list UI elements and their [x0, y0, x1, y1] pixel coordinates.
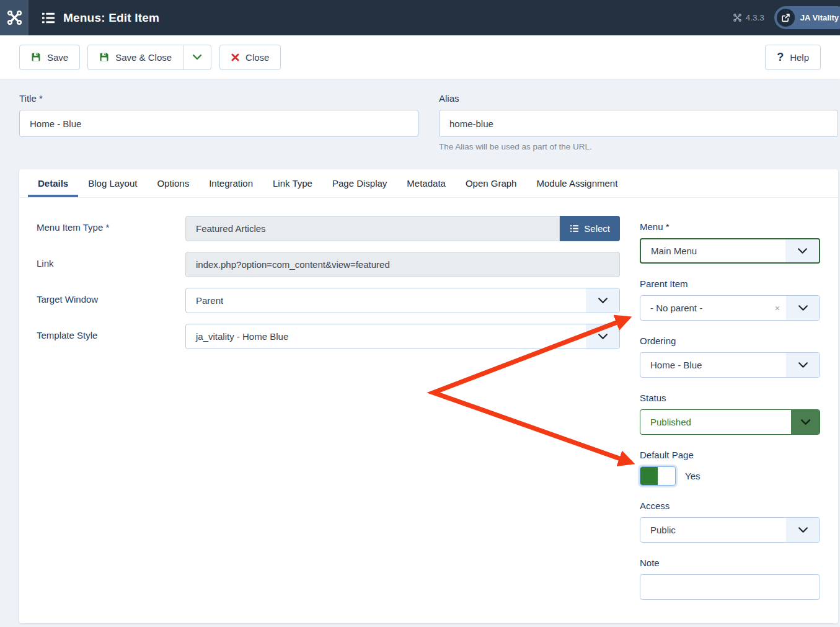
question-mark-icon: ? [777, 51, 784, 64]
joomla-logo-icon [6, 9, 23, 26]
close-button[interactable]: Close [219, 45, 281, 70]
ordering-select[interactable]: Home - Blue [640, 352, 820, 378]
parent-item-value: - No parent - [650, 303, 702, 313]
save-close-button[interactable]: Save & Close [87, 45, 183, 70]
joomla-logo-box[interactable] [0, 0, 29, 35]
save-close-button-label: Save & Close [115, 52, 172, 63]
save-button-label: Save [47, 52, 68, 63]
floppy-disk-icon [31, 52, 41, 62]
default-page-label: Default Page [640, 450, 820, 460]
title-alias-row: Title * Alias The Alias will be used as … [0, 79, 840, 151]
target-window-label: Target Window [28, 288, 185, 313]
edit-item-panel: Details Blog Layout Options Integration … [19, 169, 838, 623]
alias-label: Alias [439, 93, 838, 104]
toggle-on-half [640, 467, 658, 485]
tab-module-assignment[interactable]: Module Assignment [526, 169, 627, 197]
tab-metadata[interactable]: Metadata [397, 169, 456, 197]
chevron-down-icon [786, 353, 820, 377]
menu-item-type-value: Featured Articles [185, 216, 560, 241]
floppy-disk-icon [99, 52, 109, 62]
status-value: Published [650, 417, 691, 427]
menu-select[interactable]: Main Menu [640, 238, 820, 264]
title-label: Title * [19, 93, 418, 104]
chevron-down-icon [786, 296, 820, 320]
save-close-split-button: Save & Close [87, 45, 211, 70]
save-options-dropdown-button[interactable] [183, 45, 211, 70]
default-page-value: Yes [685, 471, 700, 481]
alias-input[interactable] [439, 110, 838, 137]
target-window-select[interactable]: Parent [185, 288, 620, 313]
chevron-down-icon [786, 518, 820, 542]
joomla-version: 4.3.3 [733, 13, 764, 22]
save-button[interactable]: Save [19, 45, 80, 70]
status-select[interactable]: Published [640, 409, 820, 435]
help-button[interactable]: ? Help [765, 45, 821, 70]
select-button-label: Select [584, 223, 610, 234]
note-input[interactable] [640, 574, 820, 600]
clear-selection-icon[interactable]: × [775, 296, 780, 320]
version-number: 4.3.3 [746, 13, 764, 22]
external-link-icon [777, 9, 795, 27]
parent-item-select[interactable]: - No parent - × [640, 295, 820, 321]
joomla-version-icon [733, 13, 742, 22]
status-label: Status [640, 393, 820, 403]
tab-integration[interactable]: Integration [199, 169, 263, 197]
alias-help-text: The Alias will be used as part of the UR… [439, 142, 838, 151]
title-input[interactable] [19, 110, 418, 137]
default-page-toggle[interactable] [640, 466, 676, 486]
chevron-down-icon [192, 54, 202, 60]
tab-bar: Details Blog Layout Options Integration … [19, 169, 838, 198]
template-style-value: ja_vitality - Home Blue [196, 331, 288, 342]
template-style-label: Template Style [28, 324, 185, 349]
template-style-select[interactable]: ja_vitality - Home Blue [185, 324, 620, 349]
app-header: Menus: Edit Item 4.3.3 [0, 0, 840, 35]
chevron-down-icon [586, 324, 619, 349]
tab-options[interactable]: Options [147, 169, 199, 197]
list-icon [42, 12, 55, 24]
chevron-down-icon [586, 288, 619, 313]
details-form: Menu Item Type * Featured Articles [28, 216, 620, 600]
tab-link-type[interactable]: Link Type [263, 169, 322, 197]
link-label: Link [28, 252, 185, 277]
access-value: Public [650, 525, 676, 535]
ordering-label: Ordering [640, 336, 820, 346]
list-icon [570, 225, 579, 233]
tab-page-display[interactable]: Page Display [322, 169, 397, 197]
link-value: index.php?option=com_content&view=featur… [185, 252, 620, 277]
menu-item-type-label: Menu Item Type * [28, 216, 185, 241]
chevron-down-icon [791, 410, 820, 434]
access-select[interactable]: Public [640, 517, 820, 543]
chevron-down-icon [785, 239, 819, 262]
menu-label: Menu * [640, 221, 820, 232]
parent-item-label: Parent Item [640, 278, 820, 289]
toolbar: Save Save & Close Close ? He [0, 35, 840, 79]
x-icon [231, 53, 239, 61]
page-title: Menus: Edit Item [63, 11, 159, 25]
help-button-label: Help [790, 52, 809, 63]
close-button-label: Close [245, 52, 269, 63]
tab-blog-layout[interactable]: Blog Layout [78, 169, 147, 197]
template-badge-label: JA Vitality [800, 13, 839, 22]
ordering-value: Home - Blue [650, 360, 702, 370]
tab-details[interactable]: Details [28, 169, 78, 197]
menu-value: Main Menu [651, 246, 697, 256]
target-window-value: Parent [196, 295, 223, 306]
template-badge[interactable]: JA Vitality [774, 6, 840, 29]
menu-item-type-select-button[interactable]: Select [560, 216, 620, 241]
sidebar-fields: Menu * Main Menu Parent Item - No parent… [640, 216, 820, 600]
note-label: Note [640, 558, 820, 568]
access-label: Access [640, 500, 820, 511]
tab-open-graph[interactable]: Open Graph [456, 169, 527, 197]
